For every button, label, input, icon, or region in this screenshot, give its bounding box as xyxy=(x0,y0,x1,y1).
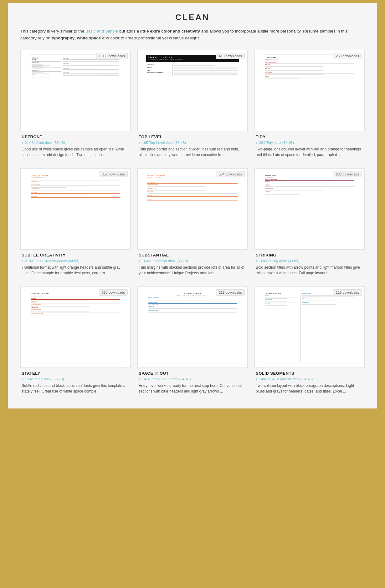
card-title-striking: STRIKING xyxy=(256,253,363,257)
file-link-tidy[interactable]: 204-Tidy.docx (32 kB) xyxy=(259,141,294,144)
file-icon-substantial: ↑ xyxy=(139,259,141,263)
card-desc-tidy: Two-page, one-column layout with red and… xyxy=(256,146,363,158)
resume-card-substantial: 534 downloads MICHELLE HLOOM GRAPHIC DES… xyxy=(137,168,248,278)
card-desc-toplevel: Thin page border and section divider lin… xyxy=(139,146,246,158)
card-file-striking: ↑ 164-Striking.docx (33 kB) xyxy=(256,259,363,263)
preview-tidy[interactable]: 268 downloads JOHN HLOOM MARKETING DIREC… xyxy=(254,50,365,131)
card-title-substantial: SUBSTANTIAL xyxy=(139,253,246,257)
card-info-stately: STATELY ↑ 159-Stately.docx (30 kB) Subtl… xyxy=(20,368,131,396)
basic-simple-link[interactable]: Basic and Simple xyxy=(85,29,118,33)
file-icon-stately: ↑ xyxy=(22,377,23,381)
card-info-substantial: SUBSTANTIAL ↑ 163-Substantial.docx (35 k… xyxy=(137,250,248,278)
card-info-subtle: SUBTLE CREATIVITY ↑ 210-Subtle-Creativit… xyxy=(20,250,131,278)
file-link-substantial[interactable]: 163-Substantial.docx (35 kB) xyxy=(142,259,188,263)
card-info-spaceitout: SPACE IT OUT ↑ 147-Space-It-Out.docx (24… xyxy=(137,368,248,396)
card-desc-striking: Bold section titles with arrow points an… xyxy=(256,265,363,276)
card-file-upfront: ↑ 214-Upfront.docx (35 kB) xyxy=(22,141,129,144)
card-desc-stately: Subtle red titles and block, sans serif … xyxy=(22,383,129,394)
preview-spaceitout[interactable]: 219 downloads DAVID HLOOMRAD 123 Main Av… xyxy=(137,286,248,368)
main-container: CLEAN This category is very similar to t… xyxy=(8,3,377,408)
file-link-upfront[interactable]: 214-Upfront.docx (35 kB) xyxy=(25,141,65,144)
card-title-subtle: SUBTLE CREATIVITY xyxy=(22,253,129,257)
card-title-tidy: TIDY xyxy=(256,134,363,139)
card-file-stately: ↑ 159-Stately.docx (30 kB) xyxy=(22,377,129,381)
card-desc-solid: Two-column layout with block paragraph d… xyxy=(256,383,363,394)
resume-card-spaceitout: 219 downloads DAVID HLOOMRAD 123 Main Av… xyxy=(137,286,248,396)
file-icon-subtle: ↑ xyxy=(22,259,23,263)
preview-solid[interactable]: 125 downloads CREATE PROFILE HLOOM Objec… xyxy=(254,286,365,368)
file-link-stately[interactable]: 159-Stately.docx (30 kB) xyxy=(25,377,64,381)
card-desc-substantial: Thin margins with stacked sections provi… xyxy=(139,265,246,276)
file-icon-solid: ↑ xyxy=(256,377,258,381)
card-title-upfront: UPFRONT xyxy=(22,134,129,139)
card-title-spaceitout: SPACE IT OUT xyxy=(139,371,246,376)
resume-card-solid: 125 downloads CREATE PROFILE HLOOM Objec… xyxy=(254,286,365,396)
card-desc-upfront: Good use of white space gives this sampl… xyxy=(22,146,129,158)
downloads-badge-spaceitout: 219 downloads xyxy=(216,289,245,296)
resume-grid: 1,069 downloads MICHELLEHLOOM EXPERIENCE xyxy=(20,50,365,396)
downloads-badge-subtle: 302 downloads xyxy=(99,171,128,177)
card-desc-spaceitout: Entry-level workers ready for the next s… xyxy=(139,383,246,394)
file-link-subtle[interactable]: 210-Subtle-Creativity.docx (34 kB) xyxy=(25,259,80,263)
preview-subtle[interactable]: 302 downloads MICHELLE HLOOM GRAPHIC DES… xyxy=(20,168,131,250)
file-link-striking[interactable]: 164-Striking.docx (33 kB) xyxy=(259,259,300,263)
downloads-badge-substantial: 534 downloads xyxy=(216,171,245,177)
card-title-solid: SOLID SEGMENTS xyxy=(256,371,363,376)
resume-card-subtle: 302 downloads MICHELLE HLOOM GRAPHIC DES… xyxy=(20,168,131,278)
intro-text: This category is very similar to the Bas… xyxy=(20,28,365,41)
downloads-badge-stately: 370 downloads xyxy=(99,289,128,296)
card-desc-subtle: Traditional format with light orange hea… xyxy=(22,265,129,276)
downloads-badge-toplevel: 413 downloads xyxy=(216,53,245,59)
preview-stately[interactable]: 370 downloads MICHELLE HLOOM GRAPHIC DES… xyxy=(20,286,131,368)
resume-card-striking: 206 downloads MICHELLE HLOOM CAREER DIRE… xyxy=(254,168,365,278)
preview-upfront[interactable]: 1,069 downloads MICHELLEHLOOM EXPERIENCE xyxy=(20,50,131,131)
preview-substantial[interactable]: 534 downloads MICHELLE HLOOM GRAPHIC DES… xyxy=(137,168,248,250)
file-link-solid[interactable]: 149-Solid-Segments.docx (34 kB) xyxy=(259,377,313,381)
card-file-spaceitout: ↑ 147-Space-It-Out.docx (24 kB) xyxy=(139,377,246,381)
downloads-badge-solid: 125 downloads xyxy=(333,289,362,296)
file-icon-toplevel: ↑ xyxy=(139,141,141,144)
file-link-toplevel[interactable]: 165-Top-Level.docx (35 kB) xyxy=(142,141,186,144)
card-info-upfront: UPFRONT ↑ 214-Upfront.docx (35 kB) Good … xyxy=(20,131,131,160)
downloads-badge-striking: 206 downloads xyxy=(333,171,362,177)
card-title-stately: STATELY xyxy=(22,371,129,376)
page-title: CLEAN xyxy=(20,13,365,22)
card-info-tidy: TIDY ↑ 204-Tidy.docx (32 kB) Two-page, o… xyxy=(254,131,365,160)
card-file-substantial: ↑ 163-Substantial.docx (35 kB) xyxy=(139,259,246,263)
resume-card-stately: 370 downloads MICHELLE HLOOM GRAPHIC DES… xyxy=(20,286,131,396)
file-link-spaceitout[interactable]: 147-Space-It-Out.docx (24 kB) xyxy=(142,377,191,381)
downloads-badge-upfront: 1,069 downloads xyxy=(96,53,128,59)
resume-card-toplevel: 413 downloads JACKHLOOMSOME TURNAROUND E… xyxy=(137,50,248,160)
downloads-badge-tidy: 268 downloads xyxy=(333,53,362,59)
card-info-striking: STRIKING ↑ 164-Striking.docx (33 kB) Bol… xyxy=(254,250,365,278)
file-icon-tidy: ↑ xyxy=(256,141,258,144)
card-info-solid: SOLID SEGMENTS ↑ 149-Solid-Segments.docx… xyxy=(254,368,365,396)
card-file-toplevel: ↑ 165-Top-Level.docx (35 kB) xyxy=(139,141,246,144)
file-icon-spaceitout: ↑ xyxy=(139,377,141,381)
card-file-subtle: ↑ 210-Subtle-Creativity.docx (34 kB) xyxy=(22,259,129,263)
file-icon-upfront: ↑ xyxy=(22,141,23,144)
preview-toplevel[interactable]: 413 downloads JACKHLOOMSOME TURNAROUND E… xyxy=(137,50,248,131)
card-file-tidy: ↑ 204-Tidy.docx (32 kB) xyxy=(256,141,363,144)
card-title-toplevel: TOP LEVEL xyxy=(139,134,246,139)
resume-card-tidy: 268 downloads JOHN HLOOM MARKETING DIREC… xyxy=(254,50,365,160)
card-file-solid: ↑ 149-Solid-Segments.docx (34 kB) xyxy=(256,377,363,381)
preview-striking[interactable]: 206 downloads MICHELLE HLOOM CAREER DIRE… xyxy=(254,168,365,250)
card-info-toplevel: TOP LEVEL ↑ 165-Top-Level.docx (35 kB) T… xyxy=(137,131,248,160)
file-icon-striking: ↑ xyxy=(256,259,258,263)
resume-card-upfront: 1,069 downloads MICHELLEHLOOM EXPERIENCE xyxy=(20,50,131,160)
